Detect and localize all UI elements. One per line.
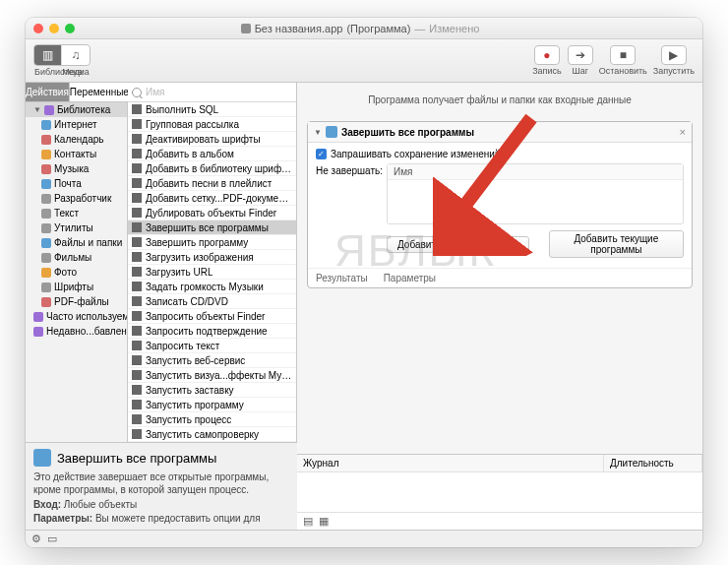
action-icon: [132, 414, 142, 424]
action-item[interactable]: Завершить все программы: [128, 220, 296, 235]
search-input[interactable]: Имя: [146, 87, 164, 97]
action-item[interactable]: Задать громкость Музыки: [128, 280, 296, 294]
panel-toggle-icon[interactable]: ▭: [47, 533, 57, 545]
search-icon: [132, 88, 142, 97]
action-item[interactable]: Добавить песни в плейлист: [128, 176, 296, 191]
document-icon: [241, 24, 251, 33]
document-name: Без названия.app: [255, 23, 343, 34]
action-item[interactable]: Запросить подтверждение: [128, 324, 296, 339]
action-item[interactable]: Добавить в альбом: [128, 147, 296, 161]
action-item[interactable]: Загрузить изображения: [128, 250, 296, 265]
action-icon: [132, 385, 142, 395]
library-category[interactable]: Интернет: [26, 117, 127, 132]
smart-folder-recent-used[interactable]: Часто используемые: [26, 309, 127, 324]
action-icon: [132, 237, 142, 247]
action-icon: [132, 355, 142, 365]
action-item[interactable]: Добавить в библиотеку шрифтов: [128, 161, 296, 176]
description-text: Это действие завершает все открытые прог…: [33, 471, 289, 496]
action-item[interactable]: Выполнить SQL: [128, 102, 296, 117]
action-icon: [132, 326, 142, 336]
add-current-apps-button[interactable]: Добавить текущие программы: [549, 230, 684, 258]
library-category[interactable]: Календарь: [26, 132, 127, 147]
tab-actions[interactable]: Действия: [26, 83, 70, 102]
add-button[interactable]: Добавить...: [387, 236, 460, 253]
log-col-duration: Длительность: [604, 455, 702, 471]
action-icon: [33, 449, 51, 467]
action-item[interactable]: Запросить текст: [128, 339, 296, 353]
action-item[interactable]: Запустить программу: [128, 398, 296, 412]
action-icon: [132, 252, 142, 262]
action-icon: [132, 341, 142, 350]
log-view-icon[interactable]: ▦: [319, 515, 329, 528]
document-status: Изменено: [429, 23, 479, 34]
library-category[interactable]: Разработчик: [26, 191, 127, 206]
ask-save-checkbox[interactable]: ✓: [316, 149, 327, 159]
action-icon: [132, 208, 142, 218]
library-category[interactable]: Утилиты: [26, 220, 127, 235]
action-item[interactable]: Загрузить URL: [128, 265, 296, 280]
action-item[interactable]: Записать CD/DVD: [128, 294, 296, 309]
ask-save-label: Запрашивать сохранение изменений: [331, 149, 500, 159]
library-category[interactable]: PDF-файлы: [26, 294, 127, 309]
action-item[interactable]: Запустить веб-сервис: [128, 353, 296, 368]
media-view-button[interactable]: ♫: [62, 45, 90, 65]
action-item[interactable]: Завершить программу: [128, 235, 296, 250]
action-item[interactable]: Запустить процесс: [128, 412, 296, 427]
action-item[interactable]: Запустить визуа...ффекты Музыки: [128, 368, 296, 383]
run-button[interactable]: ▶: [661, 45, 687, 65]
library-category[interactable]: Текст: [26, 206, 127, 220]
action-icon: [132, 311, 142, 321]
gear-icon[interactable]: ⚙: [31, 533, 41, 545]
library-root[interactable]: ▼Библиотека: [26, 102, 127, 117]
action-item[interactable]: Запустить заставку: [128, 383, 296, 398]
action-icon: [132, 282, 142, 291]
action-item[interactable]: Запросить объекты Finder: [128, 309, 296, 324]
library-category[interactable]: Шрифты: [26, 280, 127, 294]
tab-variables[interactable]: Переменные: [70, 83, 130, 102]
library-category[interactable]: Файлы и папки: [26, 235, 127, 250]
library-view-button[interactable]: ▥: [34, 45, 62, 65]
log-panel: Журнал Длительность ▤ ▦: [297, 454, 702, 530]
log-view-icon[interactable]: ▤: [303, 515, 313, 528]
library-category[interactable]: Контакты: [26, 147, 127, 161]
step-button[interactable]: ➔: [568, 45, 593, 65]
titlebar: Без названия.app (Программа) — Изменено: [26, 18, 702, 39]
library-category[interactable]: Фильмы: [26, 250, 127, 265]
action-icon: [132, 193, 142, 203]
library-category[interactable]: Почта: [26, 176, 127, 191]
library-category[interactable]: Фото: [26, 265, 127, 280]
action-icon: [326, 126, 337, 138]
action-item[interactable]: Дублировать объекты Finder: [128, 206, 296, 220]
record-button[interactable]: ●: [534, 45, 560, 65]
action-icon: [132, 267, 142, 277]
action-icon: [132, 134, 142, 144]
window-status-bar: ⚙ ▭: [26, 530, 702, 547]
log-body: [297, 472, 702, 512]
exclude-apps-table[interactable]: Имя: [387, 163, 684, 224]
minimize-window-button[interactable]: [49, 24, 59, 33]
action-icon: [132, 178, 142, 188]
tab-results[interactable]: Результаты: [316, 273, 368, 283]
action-item[interactable]: Запустить самопроверку: [128, 427, 296, 442]
log-col-journal: Журнал: [297, 455, 604, 471]
smart-folder-recent-added[interactable]: Недавно...бавленные: [26, 324, 127, 339]
delete-button[interactable]: Удалить: [470, 236, 529, 253]
action-item[interactable]: Групповая рассылка: [128, 117, 296, 132]
action-item[interactable]: Деактивировать шрифты: [128, 132, 296, 147]
action-card-title: Завершить все программы: [341, 127, 676, 138]
action-icon: [132, 104, 142, 114]
tab-parameters[interactable]: Параметры: [384, 273, 436, 283]
action-item[interactable]: Добавить сетку...PDF-документам: [128, 191, 296, 206]
stop-button[interactable]: ■: [610, 45, 636, 65]
description-title: Завершить все программы: [57, 451, 216, 466]
close-window-button[interactable]: [33, 24, 43, 33]
remove-action-button[interactable]: ×: [680, 126, 686, 138]
action-icon: [132, 296, 142, 306]
disclosure-triangle-icon[interactable]: ▼: [314, 128, 322, 137]
library-category[interactable]: Музыка: [26, 161, 127, 176]
zoom-window-button[interactable]: [65, 24, 75, 33]
workflow-input-info: Программа получает файлы и папки как вхо…: [297, 83, 702, 117]
document-type: (Программа): [346, 23, 410, 34]
workflow-area: Программа получает файлы и папки как вхо…: [297, 83, 702, 530]
action-icon: [132, 429, 142, 439]
